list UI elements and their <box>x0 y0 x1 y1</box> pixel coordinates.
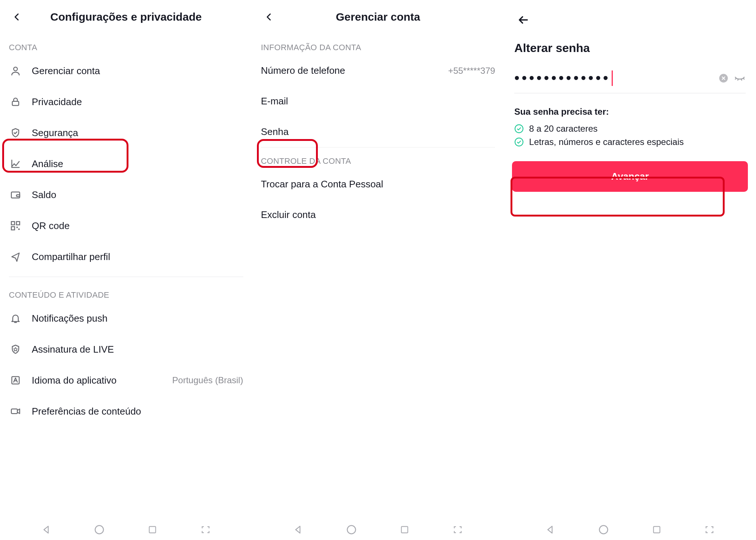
svg-rect-11 <box>150 526 156 533</box>
row-label: Trocar para a Conta Pessoal <box>261 179 383 190</box>
nav-back-icon[interactable] <box>292 523 305 536</box>
divider <box>9 277 243 277</box>
video-icon <box>9 405 22 418</box>
password-input[interactable]: ••••••••••••• <box>514 70 713 86</box>
svg-point-0 <box>14 67 17 71</box>
menu-label: Compartilhar perfil <box>32 251 243 263</box>
page-title: Configurações e privacidade <box>25 11 227 23</box>
lock-icon <box>9 95 22 108</box>
clear-icon[interactable] <box>718 73 729 83</box>
section-label-account: CONTA <box>0 34 252 55</box>
qr-icon <box>9 219 22 232</box>
nav-recent-icon[interactable] <box>146 523 159 536</box>
svg-rect-1 <box>12 101 19 105</box>
menu-item-security[interactable]: Segurança <box>0 117 252 148</box>
header <box>504 5 756 32</box>
menu-label: Preferências de conteúdo <box>32 406 243 417</box>
android-nav <box>504 523 756 536</box>
back-button[interactable] <box>261 9 277 25</box>
person-icon <box>9 64 22 77</box>
menu-item-analytics[interactable]: Análise <box>0 148 252 179</box>
svg-rect-9 <box>11 409 17 414</box>
menu-label: Assinatura de LIVE <box>32 344 243 355</box>
row-password[interactable]: Senha <box>252 117 504 147</box>
chevron-left-icon <box>13 13 21 21</box>
menu-item-privacy[interactable]: Privacidade <box>0 86 252 117</box>
menu-label: Saldo <box>32 189 243 201</box>
menu-item-share-profile[interactable]: Compartilhar perfil <box>0 241 252 272</box>
row-email[interactable]: E-mail <box>252 86 504 117</box>
menu-label: Notificações push <box>32 313 243 324</box>
share-icon <box>9 250 22 263</box>
row-switch-account[interactable]: Trocar para a Conta Pessoal <box>252 169 504 200</box>
row-phone[interactable]: Número de telefone +55*****379 <box>252 55 504 86</box>
menu-item-language[interactable]: Idioma do aplicativo Português (Brasil) <box>0 365 252 396</box>
row-delete-account[interactable]: Excluir conta <box>252 200 504 230</box>
back-button[interactable] <box>514 11 532 29</box>
password-field[interactable]: ••••••••••••• <box>514 67 746 93</box>
cta-wrap: Avançar <box>512 161 748 192</box>
nav-home-icon[interactable] <box>345 523 358 536</box>
advance-button[interactable]: Avançar <box>512 161 748 192</box>
svg-point-16 <box>515 138 523 146</box>
menu-item-balance[interactable]: Saldo <box>0 179 252 210</box>
phone-value: +55*****379 <box>448 66 495 76</box>
chart-icon <box>9 157 22 170</box>
svg-point-15 <box>515 125 523 133</box>
svg-point-12 <box>347 526 356 534</box>
shield-check-icon <box>9 126 22 139</box>
menu-label: Privacidade <box>32 96 243 108</box>
nav-screenshot-icon[interactable] <box>199 523 212 536</box>
menu-label: Segurança <box>32 127 243 139</box>
menu-item-manage-account[interactable]: Gerenciar conta <box>0 55 252 86</box>
menu-label: Idioma do aplicativo <box>32 375 163 386</box>
section-label-info: INFORMAÇÃO DA CONTA <box>252 34 504 55</box>
text-caret <box>612 70 613 86</box>
svg-rect-13 <box>401 526 408 533</box>
nav-home-icon[interactable] <box>597 523 610 536</box>
wallet-icon <box>9 188 22 201</box>
svg-rect-6 <box>17 227 18 228</box>
back-button[interactable] <box>9 9 25 25</box>
menu-label: Análise <box>32 158 243 170</box>
shield-star-icon <box>9 343 22 356</box>
screen-manage-account: Gerenciar conta INFORMAÇÃO DA CONTA Núme… <box>252 0 504 540</box>
nav-screenshot-icon[interactable] <box>451 523 464 536</box>
requirement-row: Letras, números e caracteres especiais <box>504 135 756 149</box>
bell-icon <box>9 312 22 325</box>
nav-home-icon[interactable] <box>93 523 106 536</box>
menu-item-content-pref[interactable]: Preferências de conteúdo <box>0 396 252 427</box>
nav-back-icon[interactable] <box>544 523 557 536</box>
menu-item-notifications[interactable]: Notificações push <box>0 303 252 334</box>
screen-settings: Configurações e privacidade CONTA Gerenc… <box>0 0 252 540</box>
screen-change-password: Alterar senha ••••••••••••• Sua senha pr… <box>504 0 756 540</box>
svg-rect-5 <box>11 227 15 230</box>
nav-back-icon[interactable] <box>40 523 53 536</box>
requirements-heading: Sua senha precisa ter: <box>504 93 756 122</box>
language-icon <box>9 374 22 387</box>
language-value: Português (Brasil) <box>172 375 243 385</box>
row-label: E-mail <box>261 96 288 107</box>
section-label-control: CONTROLE DA CONTA <box>252 148 504 169</box>
svg-point-17 <box>599 526 608 534</box>
nav-recent-icon[interactable] <box>398 523 411 536</box>
row-label: Senha <box>261 126 289 138</box>
page-title: Alterar senha <box>504 32 756 67</box>
row-label: Excluir conta <box>261 209 316 221</box>
menu-item-qr[interactable]: QR code <box>0 210 252 241</box>
row-label: Número de telefone <box>261 65 345 76</box>
svg-rect-7 <box>18 229 20 230</box>
requirement-row: 8 a 20 caracteres <box>504 122 756 135</box>
android-nav <box>0 523 252 536</box>
menu-label: QR code <box>32 220 243 232</box>
menu-label: Gerenciar conta <box>32 65 243 77</box>
svg-rect-4 <box>17 222 20 225</box>
svg-rect-18 <box>653 526 660 533</box>
eye-closed-icon[interactable] <box>734 72 746 84</box>
nav-recent-icon[interactable] <box>650 523 663 536</box>
check-icon <box>514 137 524 147</box>
menu-item-live-sub[interactable]: Assinatura de LIVE <box>0 334 252 365</box>
header: Gerenciar conta <box>252 5 504 34</box>
nav-screenshot-icon[interactable] <box>703 523 716 536</box>
requirement-text: 8 a 20 caracteres <box>529 124 597 134</box>
